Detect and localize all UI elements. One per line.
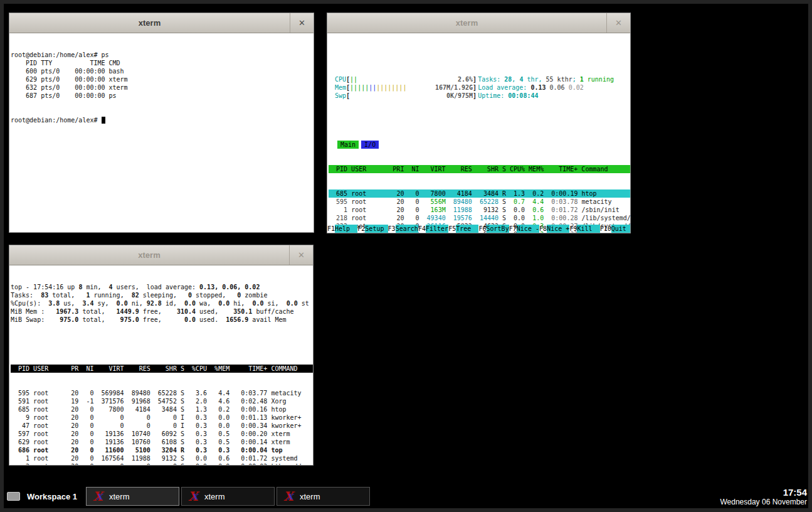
text-segment: stopped, [196, 292, 233, 299]
cell: 65228 [476, 198, 502, 205]
cell: S [502, 206, 510, 213]
fkey-search[interactable]: F3Search [388, 225, 418, 233]
htop-info-line: Uptime: 00:08:44 [478, 92, 538, 100]
top-summary-line: MiB Swap: 975.0 total, 975.0 free, 0.0 u… [11, 316, 313, 324]
text-segment: 0.13, 0.06, 0.02 [199, 284, 260, 291]
meter-swp: Swp[0K/975M]Uptime: 00:08:44 [335, 92, 630, 100]
fkey-quit[interactable]: F10Quit [600, 225, 630, 233]
text-segment: min, [82, 284, 108, 291]
top-table-header: PID USER PR NI VIRT RES SHR S %CPU %MEM … [11, 365, 313, 373]
text-segment: 00:08:44 [508, 92, 538, 99]
text-segment: 0.0 [248, 300, 267, 307]
fkey-tree[interactable]: F5Tree [448, 225, 478, 233]
text-segment: 0 [184, 292, 196, 299]
text-segment: 1 [82, 292, 93, 299]
cell: 0.7 [510, 198, 529, 205]
htop-table-header[interactable]: PID USER PRI NI VIRT RES SHR S CPU% MEM%… [329, 165, 630, 173]
cell: S [502, 215, 510, 221]
fkey-label: Quit [611, 225, 630, 233]
text-segment: 0.0 [113, 300, 132, 307]
fkey-nice[interactable]: F8Nice + [539, 225, 569, 233]
process-row: 9 root 20 0 0 0 0 I 0.3 0.0 0:01.13 kwor… [11, 413, 313, 422]
meter-spacer [350, 92, 446, 100]
fkey-number: F7 [509, 225, 517, 233]
titlebar[interactable]: xterm ✕ [9, 13, 314, 33]
tab-io[interactable]: I/O [361, 141, 379, 149]
process-row: 595 root 20 0 569984 89480 65228 S 3.6 4… [11, 389, 313, 397]
cell: 0:00.28 [547, 215, 581, 221]
process-row[interactable]: 218 root 20 0 49340 19576 14440 S 0.0 1.… [329, 214, 630, 222]
text-segment: Load average: [478, 84, 530, 91]
text-segment: 0.0 [181, 300, 199, 307]
cell: 0 [408, 215, 423, 221]
text-segment: total, [52, 292, 82, 299]
text-segment: 1656.9 [222, 316, 252, 323]
cell: 556M [423, 198, 450, 205]
taskbar-button-xterm[interactable]: xterm [277, 487, 370, 506]
fkey-filter[interactable]: F4Filter [418, 225, 448, 233]
text-segment: used, [199, 308, 222, 315]
meter-bracket: ] [473, 83, 477, 92]
taskbar-button-xterm[interactable]: xterm [86, 487, 179, 506]
text-segment: ; [572, 76, 580, 83]
text-segment: Tasks: [478, 76, 504, 83]
cell: 0:01.72 [547, 206, 581, 213]
top-summary-line: %Cpu(s): 3.8 us, 3.4 sy, 0.0 ni, 92.8 id… [11, 299, 313, 307]
cell: metacity [581, 198, 611, 205]
text-segment: 1449.9 [109, 308, 143, 315]
text-segment: , [512, 76, 519, 83]
fkey-sortby[interactable]: F6SortBy [478, 225, 509, 233]
fkey-label: Setup [365, 225, 388, 233]
text-segment: si, [268, 300, 283, 307]
process-row[interactable]: 685 root 20 0 7800 4184 3484 R 1.3 0.2 0… [329, 189, 630, 198]
terminal-ps[interactable]: root@debian:/home/alex# ps PID TTY TIME … [9, 33, 314, 232]
cell: 14440 [476, 215, 502, 221]
workspace-switcher-icon[interactable] [7, 492, 20, 501]
fkey-label: SortBy [487, 225, 509, 233]
cell: 0.2 [529, 190, 547, 197]
taskbar-button-xterm[interactable]: xterm [181, 487, 275, 506]
fkey-kill[interactable]: F9Kill [569, 225, 599, 233]
fkey-number: F1 [327, 225, 335, 233]
text-segment: top - 17:54:16 up [11, 284, 78, 291]
cell: root [351, 215, 393, 221]
top-process-table: 595 root 20 0 569984 89480 65228 S 3.6 4… [11, 389, 313, 465]
fkey-label: Kill [577, 225, 599, 233]
fkey-nice[interactable]: F7Nice - [509, 225, 539, 233]
titlebar[interactable]: xterm ✕ [9, 245, 313, 265]
htop-function-bar: F1HelpF2SetupF3SearchF4FilterF5TreeF6Sor… [327, 225, 630, 233]
terminal-htop[interactable]: CPU[||2.6%]Tasks: 28, 4 thr, 55 kthr; 1 … [327, 33, 630, 233]
text-segment: hi, [233, 300, 248, 307]
close-icon[interactable]: ✕ [289, 245, 313, 265]
htop-tabs: MainI/O [337, 141, 630, 149]
text-segment: ni, [132, 300, 147, 307]
cell: 20 [393, 206, 408, 213]
top-summary-line: top - 17:54:16 up 8 min, 4 users, load a… [11, 283, 313, 291]
text-segment: 92.8 [147, 300, 166, 307]
close-icon[interactable]: ✕ [606, 13, 630, 33]
meter-label: Swp [335, 92, 346, 100]
workspace-label: Workspace 1 [27, 492, 77, 501]
cell: 595 [329, 198, 351, 205]
cell: 19576 [450, 215, 476, 221]
window-title: xterm [9, 18, 290, 28]
cell: S [502, 198, 510, 205]
cell: /lib/systemd/ [581, 215, 630, 221]
fkey-help[interactable]: F1Help [327, 225, 357, 233]
text-segment: MiB Mem : [11, 308, 48, 315]
fkey-setup[interactable]: F2Setup [357, 225, 388, 233]
text-segment: 1967.3 [48, 308, 82, 315]
process-row[interactable]: 1 root 20 0 163M 11988 9132 S 0.0 0.6 0:… [329, 206, 630, 214]
text-segment: running, [93, 292, 131, 299]
text-segment: 0.06 [550, 84, 569, 91]
close-icon[interactable]: ✕ [290, 13, 314, 33]
process-row[interactable]: 595 root 20 0 556M 89480 65228 S 0.7 4.4… [329, 198, 630, 206]
fkey-label: Nice + [547, 225, 569, 233]
meter-bar: 0K/975M [350, 92, 473, 100]
fkey-label: Search [396, 225, 418, 233]
text-segment: 3.4 [78, 300, 97, 307]
terminal-top[interactable]: top - 17:54:16 up 8 min, 4 users, load a… [9, 265, 313, 465]
tab-main[interactable]: Main [337, 141, 359, 149]
cell: htop [581, 190, 596, 197]
titlebar[interactable]: xterm ✕ [327, 13, 630, 33]
